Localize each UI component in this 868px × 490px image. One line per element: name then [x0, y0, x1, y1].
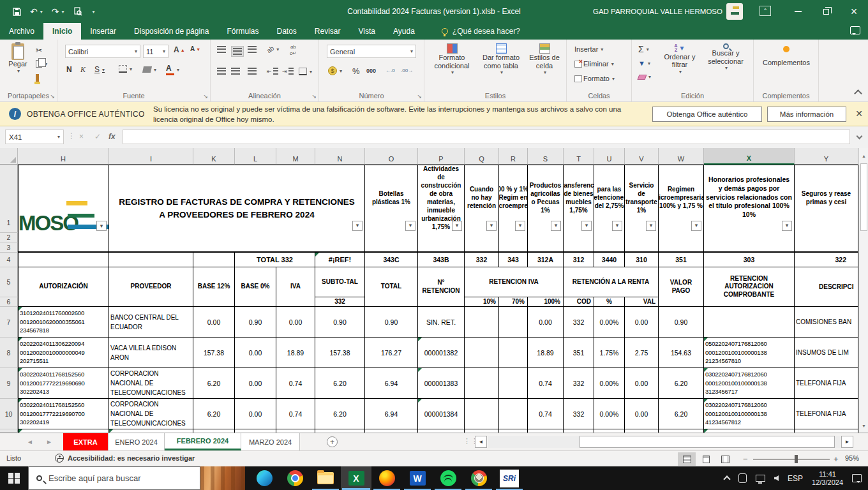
cell-pct-r10[interactable]: 0.00% [594, 399, 625, 429]
save-button[interactable] [13, 8, 21, 16]
cell-header-retencion-iva[interactable]: RETENCION IVA [465, 267, 564, 297]
accounting-format-button[interactable]: $▾ [328, 66, 342, 75]
cell-total-r10[interactable]: 6.94 [365, 399, 418, 429]
col-header-r[interactable]: R [499, 148, 528, 165]
cell-code-322[interactable]: 322 [795, 253, 858, 267]
expand-formula-bar-icon[interactable] [857, 133, 863, 140]
cell-header-agricolas[interactable]: Productos agricoilas o Pecuas 1% [528, 165, 564, 253]
device-icon[interactable] [738, 473, 747, 483]
tab-formulas[interactable]: Fórmulas [218, 23, 267, 40]
scroll-right-icon[interactable]: ► [841, 436, 853, 448]
shrink-font-button[interactable]: A▼ [190, 46, 200, 52]
cell-desc-r10[interactable]: TELEFONIA FIJA [795, 399, 858, 429]
percent-style-button[interactable]: % [352, 66, 360, 76]
cell-70-r10[interactable] [499, 399, 528, 429]
cell-header-descripcion[interactable]: DESCRIPCI [795, 267, 858, 307]
cell-code-310[interactable]: 310 [625, 253, 659, 267]
cell-pct-r8[interactable]: 1.75% [594, 338, 625, 368]
cell-header-regimen[interactable]: Regimen Microempresarial: 100% y 1,75 % [659, 165, 704, 253]
taskbar-spotify[interactable] [433, 466, 463, 490]
cell-nret-r10[interactable]: 000001384 [418, 399, 465, 429]
cell-header-bienes-muebles[interactable]: Transferencia de bienes muebles 1,75% [564, 165, 594, 253]
filter-dropdown-icon[interactable] [691, 221, 701, 231]
cell-val-r7[interactable]: 0.00 [625, 307, 659, 338]
cell-desc-r7[interactable]: COMISIONES BAN [795, 307, 858, 338]
clock[interactable]: 11:41 12/3/2024 [812, 470, 843, 487]
row-header-6[interactable]: 6 [0, 297, 18, 307]
number-dialog-launcher[interactable]: ↘ [417, 93, 422, 100]
cell-70-r7[interactable] [499, 307, 528, 338]
decrease-decimal-button[interactable]: .00→ [401, 68, 413, 73]
filter-dropdown-icon[interactable] [646, 221, 656, 231]
sheet-nav-left-icon[interactable]: ◄ [27, 438, 33, 445]
cell-code-343c[interactable]: 343C [365, 253, 418, 267]
cell-header-microempresa[interactable]: 100 % y 1%.- Regim en microempresa [499, 165, 528, 253]
ribbon-display-options-button[interactable]: ⌃ [760, 6, 771, 16]
cell-total-r8[interactable]: 176.27 [365, 338, 418, 368]
cell-total-r9[interactable]: 6.94 [365, 368, 418, 399]
dismiss-warning-icon[interactable]: ✕ [855, 108, 863, 119]
tray-expand-icon[interactable] [723, 475, 730, 482]
cell-ref-error[interactable]: #¡REF! [315, 253, 365, 267]
borders-button[interactable]: ▾ [119, 65, 132, 73]
align-middle-button[interactable] [231, 46, 244, 57]
cell-header-base0[interactable]: BASE 0% [235, 267, 276, 307]
cell-10-r10[interactable] [465, 399, 499, 429]
insert-function-icon[interactable]: fx [108, 132, 116, 141]
new-sheet-button[interactable]: + [327, 436, 338, 447]
scroll-up-icon[interactable]: ▲ [860, 151, 868, 161]
col-header-n[interactable]: N [315, 148, 365, 165]
cell-code-3440[interactable]: 3440 [594, 253, 625, 267]
tab-inicio[interactable]: Inicio [43, 23, 81, 40]
fill-color-button[interactable]: ▾ [143, 66, 156, 73]
cell-code-312a[interactable]: 312A [528, 253, 564, 267]
network-icon[interactable] [756, 475, 765, 482]
cell-100-r7[interactable]: 0.00 [528, 307, 564, 338]
delete-cells-button[interactable]: Eliminar▾ [574, 60, 614, 68]
account-name[interactable]: GAD PARROQUIAL VALLE HERMOSO [593, 0, 722, 23]
cell-retaut-r7[interactable] [704, 307, 795, 338]
tab-datos[interactable]: Datos [267, 23, 305, 40]
row-header-8[interactable]: 8 [0, 338, 18, 368]
filter-dropdown-icon[interactable] [352, 221, 363, 231]
cell-cod-r10[interactable]: 332 [564, 399, 594, 429]
cell-val-r8[interactable]: 2.75 [625, 338, 659, 368]
taskbar-chrome[interactable] [280, 466, 310, 490]
minimize-button[interactable] [784, 0, 812, 23]
cell-70-r8[interactable] [499, 338, 528, 368]
cell-header-ret-autorizacion[interactable]: RETENCION AUTORIZACION COMPROBANTE [704, 267, 795, 307]
col-header-u[interactable]: U [594, 148, 625, 165]
horizontal-scrollbar-thumb[interactable] [580, 436, 835, 448]
cell-base12-r7[interactable]: 0.00 [193, 307, 235, 338]
cell-header-autorizacion[interactable]: AUTORIZACIÓN [18, 267, 109, 307]
cell-70-r9[interactable] [499, 368, 528, 399]
row-header-5[interactable]: 5 [0, 267, 18, 297]
cell-100-r10[interactable]: 0.74 [528, 399, 564, 429]
taskbar-excel-active[interactable]: X [341, 466, 371, 490]
insert-cells-button[interactable]: Insertar▾ [574, 45, 603, 53]
taskbar-browser-profile[interactable] [463, 466, 494, 490]
font-name-select[interactable]: Calibri▾ [65, 45, 140, 58]
cell-k4[interactable] [193, 253, 235, 267]
grow-font-button[interactable]: A▲ [174, 46, 185, 54]
cell-prov-r8[interactable]: VACA VILELA EDISON ARON [109, 338, 193, 368]
volume-icon[interactable] [774, 475, 779, 481]
paste-button[interactable]: Pegar▾ [5, 43, 31, 74]
cell-iva-r8[interactable]: 18.89 [276, 338, 315, 368]
orientation-button[interactable]: ab▾ [267, 46, 279, 53]
cell-auth-r7[interactable]: 31012024011760002600 0012001062000035506… [18, 307, 109, 338]
select-all-corner[interactable] [0, 148, 18, 165]
filter-dropdown-icon[interactable] [612, 221, 622, 231]
col-header-o[interactable]: O [365, 148, 418, 165]
align-right-button[interactable] [248, 68, 257, 75]
action-center-icon[interactable] [852, 474, 862, 482]
cell-prov-r10[interactable]: CORPORACION NACIONAL DE TELECOMUNICACION… [109, 399, 193, 429]
cell-code-343b[interactable]: 343B [418, 253, 465, 267]
row-header-2[interactable]: 2 [0, 233, 18, 242]
cell-iva-r9[interactable]: 0.74 [276, 368, 315, 399]
cell-header-transporte[interactable]: Servicio de transporte 1% [625, 165, 659, 253]
cell-total-332[interactable]: TOTAL 332 [235, 253, 315, 267]
cell-desc-r8[interactable]: INSUMOS DE LIM [795, 338, 858, 368]
col-header-l[interactable]: L [235, 148, 276, 165]
print-preview-button[interactable] [73, 7, 82, 16]
